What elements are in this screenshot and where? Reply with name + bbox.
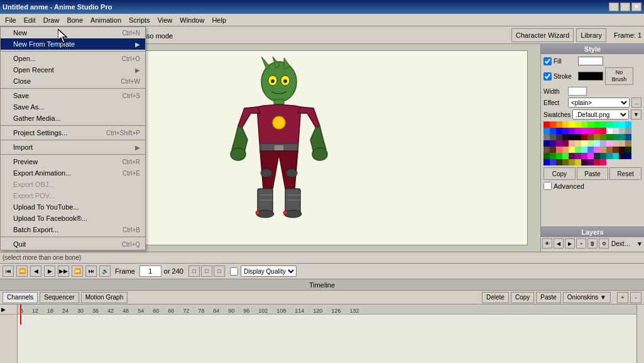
menu-help[interactable]: Help xyxy=(208,15,230,25)
color-swatch-cell[interactable] xyxy=(581,159,587,165)
close-button[interactable]: ✕ xyxy=(631,3,641,11)
color-swatch-cell[interactable] xyxy=(594,134,600,140)
width-input[interactable]: 4 xyxy=(568,87,587,96)
color-swatch-cell[interactable] xyxy=(600,140,606,147)
color-swatch-cell[interactable] xyxy=(600,121,606,128)
color-swatch-cell[interactable] xyxy=(575,147,581,153)
color-swatch-cell[interactable] xyxy=(575,140,581,147)
reset-style-button[interactable]: Reset xyxy=(609,167,641,180)
library-button[interactable]: Library xyxy=(576,28,606,42)
color-swatch-cell[interactable] xyxy=(581,147,587,153)
color-swatch-cell[interactable] xyxy=(625,147,631,153)
timeline-tab-motion-graph[interactable]: Motion Graph xyxy=(81,292,128,303)
color-swatch-cell[interactable] xyxy=(543,140,550,147)
play-play-button[interactable]: ▶ xyxy=(44,265,55,277)
menu-item-open-recent[interactable]: Open Recent▶ xyxy=(1,64,145,75)
color-swatch-cell[interactable] xyxy=(569,128,575,134)
frame-size-medium[interactable]: □ xyxy=(201,265,212,277)
color-swatch-cell[interactable] xyxy=(562,134,569,140)
menu-edit[interactable]: Edit xyxy=(20,15,40,25)
fill-color-swatch[interactable] xyxy=(578,57,603,65)
color-swatch-cell[interactable] xyxy=(550,159,556,165)
timeline-delete-button[interactable]: Delete xyxy=(482,292,509,303)
color-swatch-cell[interactable] xyxy=(550,128,556,134)
color-swatch-cell[interactable] xyxy=(625,134,631,140)
color-swatch-cell[interactable] xyxy=(606,153,613,159)
color-swatch-cell[interactable] xyxy=(606,121,613,128)
menu-item-new-from-template[interactable]: New From Template▶ xyxy=(1,38,145,50)
color-swatch-cell[interactable] xyxy=(543,128,550,134)
color-swatch-cell[interactable] xyxy=(613,121,619,128)
color-swatch-cell[interactable] xyxy=(556,128,562,134)
menu-item-save-as---[interactable]: Save As... xyxy=(1,101,145,113)
color-swatch-cell[interactable] xyxy=(562,147,569,153)
menu-item-save[interactable]: SaveCtrl+S xyxy=(1,90,145,101)
color-swatch-cell[interactable] xyxy=(594,140,600,147)
menu-item-batch-export---[interactable]: Batch Export...Ctrl+B xyxy=(1,224,145,235)
color-swatch-cell[interactable] xyxy=(569,153,575,159)
color-swatch-cell[interactable] xyxy=(613,153,619,159)
color-swatch-cell[interactable] xyxy=(581,134,587,140)
color-swatch-cell[interactable] xyxy=(575,153,581,159)
color-swatch-cell[interactable] xyxy=(543,153,550,159)
color-swatch-cell[interactable] xyxy=(569,134,575,140)
color-swatch-cell[interactable] xyxy=(594,128,600,134)
play-first-button[interactable]: ⏮ xyxy=(3,265,14,277)
color-swatch-cell[interactable] xyxy=(569,121,575,128)
color-swatch-cell[interactable] xyxy=(613,128,619,134)
color-swatch-cell[interactable] xyxy=(575,121,581,128)
menu-item-import[interactable]: Import▶ xyxy=(1,142,145,153)
timeline-zoom-out[interactable]: - xyxy=(630,292,641,303)
timeline-scrollbar[interactable] xyxy=(636,304,644,363)
color-swatch-cell[interactable] xyxy=(556,134,562,140)
color-swatch-cell[interactable] xyxy=(619,140,625,147)
color-swatch-cell[interactable] xyxy=(619,147,625,153)
play-prev-frame-button[interactable]: ◀ xyxy=(30,265,41,277)
timeline-onionskins-button[interactable]: Onionskins ▼ xyxy=(563,292,611,303)
menu-item-open---[interactable]: Open...Ctrl+O xyxy=(1,53,145,64)
advanced-checkbox[interactable] xyxy=(543,182,552,190)
effect-options-button[interactable]: ... xyxy=(631,98,641,108)
color-swatch-cell[interactable] xyxy=(562,128,569,134)
color-swatch-cell[interactable] xyxy=(581,121,587,128)
color-swatch-cell[interactable] xyxy=(600,128,606,134)
color-swatch-cell[interactable] xyxy=(562,140,569,147)
color-swatch-cell[interactable] xyxy=(562,121,569,128)
color-swatch-cell[interactable] xyxy=(613,134,619,140)
color-swatch-cell[interactable] xyxy=(587,128,594,134)
timeline-tab-sequencer[interactable]: Sequencer xyxy=(40,292,79,303)
layer-tool-add[interactable]: + xyxy=(576,238,586,249)
color-swatch-cell[interactable] xyxy=(619,134,625,140)
menu-item-quit[interactable]: QuitCtrl+Q xyxy=(1,238,145,250)
play-next-key-button[interactable]: ⏩ xyxy=(72,265,83,277)
frame-number-input[interactable] xyxy=(139,265,161,277)
color-swatch-cell[interactable] xyxy=(606,134,613,140)
color-swatch-cell[interactable] xyxy=(569,159,575,165)
color-swatch-cell[interactable] xyxy=(587,121,594,128)
color-swatch-cell[interactable] xyxy=(625,140,631,147)
color-swatch-cell[interactable] xyxy=(587,153,594,159)
swatches-options-button[interactable]: ▼ xyxy=(631,109,641,120)
layer-tool-next[interactable]: ▶ xyxy=(565,238,575,249)
layer-tool-eye[interactable]: 👁 xyxy=(542,238,552,249)
color-swatch-cell[interactable] xyxy=(606,147,613,153)
copy-style-button[interactable]: Copy xyxy=(543,167,576,180)
stroke-checkbox[interactable] xyxy=(543,72,552,81)
color-swatch-cell[interactable] xyxy=(587,159,594,165)
color-swatch-cell[interactable] xyxy=(587,147,594,153)
maximize-button[interactable]: □ xyxy=(620,3,630,11)
menu-window[interactable]: Window xyxy=(176,15,208,25)
color-swatch-cell[interactable] xyxy=(625,153,631,159)
color-swatch-cell[interactable] xyxy=(594,159,600,165)
frame-size-small[interactable]: □ xyxy=(188,265,200,277)
color-swatch-cell[interactable] xyxy=(543,134,550,140)
layer-tool-delete[interactable]: 🗑 xyxy=(587,238,598,249)
color-swatch-cell[interactable] xyxy=(550,147,556,153)
layer-tool-settings[interactable]: ⚙ xyxy=(599,238,609,249)
color-swatch-cell[interactable] xyxy=(543,159,550,165)
menu-item-upload-to-facebook----[interactable]: Upload To Facebook®... xyxy=(1,213,145,224)
stroke-color-swatch[interactable] xyxy=(578,72,603,81)
menu-item-preview[interactable]: PreviewCtrl+R xyxy=(1,156,145,167)
color-swatch-cell[interactable] xyxy=(613,140,619,147)
color-swatch-cell[interactable] xyxy=(619,121,625,128)
